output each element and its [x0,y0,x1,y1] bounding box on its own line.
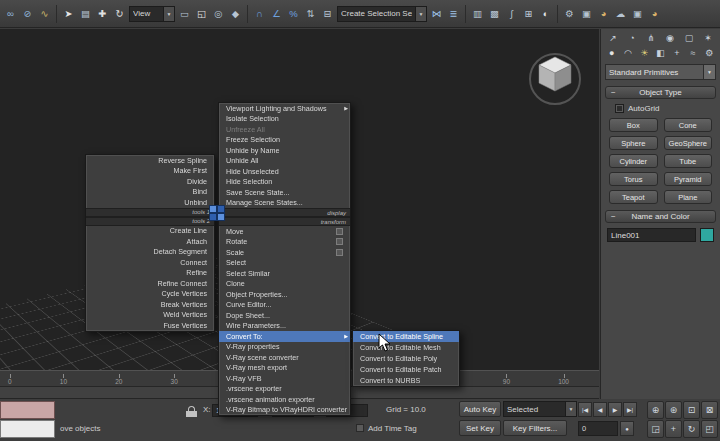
quad-title-transform[interactable]: transform [219,217,350,226]
menu-item-create-line[interactable]: Create Line [86,226,214,237]
layer-manager-icon[interactable]: ▥ [470,6,485,22]
select-and-manipulate-icon[interactable]: ◆ [228,6,243,22]
autogrid-checkbox[interactable] [615,104,624,113]
lights-category-icon[interactable]: ☀ [637,46,652,59]
cameras-category-icon[interactable]: ◧ [653,46,668,59]
quad-title-display[interactable]: display [219,208,350,217]
menu-item-bind[interactable]: Bind [86,187,214,198]
menu-item-curve-editor[interactable]: Curve Editor... [219,300,350,311]
key-selected-dropdown[interactable]: Selected ▼ [503,401,577,417]
menu-item-unbind[interactable]: Unbind [86,197,214,208]
settings-box-icon[interactable] [336,249,343,256]
primitive-category-dropdown[interactable]: Standard Primitives ▼ [605,64,716,80]
menu-item-detach-segment[interactable]: Detach Segment [86,247,214,258]
menu-item-convert-nurbs[interactable]: Convert to NURBS [353,375,459,386]
menu-item-refine[interactable]: Refine [86,268,214,279]
selection-lock-icon[interactable] [186,406,197,417]
teapot-button[interactable]: Teapot [609,190,658,204]
object-color-swatch[interactable] [700,228,714,242]
menu-item-connect[interactable]: Connect [86,257,214,268]
motion-tab-icon[interactable]: ◉ [661,31,679,44]
menu-item-unhide-all[interactable]: Unhide All [219,156,350,167]
menu-item-scale[interactable]: Scale [219,247,350,258]
menu-item-vray-bitmap-converter[interactable]: V-Ray Bitmap to VRayHDRI converter [219,405,350,416]
select-and-link-icon[interactable]: ∞ [3,6,18,22]
rendered-frame-window-icon[interactable]: ▣ [579,6,594,22]
menu-item-move[interactable]: Move [219,226,350,237]
orbit-icon[interactable]: ↻ [683,420,700,438]
menu-item-divide[interactable]: Divide [86,176,214,187]
quad-title-tools1[interactable]: tools 1 [86,208,214,217]
name-and-color-rollout[interactable]: − Name and Color [605,210,716,223]
menu-item-refine-connect[interactable]: Refine Connect [86,278,214,289]
current-frame-field[interactable]: 0 [578,421,618,436]
angle-snap-icon[interactable]: ∠ [269,6,284,22]
menu-item-clone[interactable]: Clone [219,279,350,290]
material-editor-icon[interactable]: ◐ [538,6,553,22]
add-time-tag[interactable]: Add Time Tag [368,424,417,433]
menu-item-break-vertices[interactable]: Break Vertices [86,299,214,310]
cylinder-button[interactable]: Cylinder [609,154,658,168]
box-button[interactable]: Box [609,118,658,132]
select-by-name-icon[interactable]: ▤ [78,6,93,22]
named-selection-sets-icon[interactable]: ⊟ [320,6,335,22]
menu-item-convert-editable-patch[interactable]: Convert to Editable Patch [353,364,459,375]
geometry-category-icon[interactable]: ● [604,46,619,59]
menu-item-convert-editable-mesh[interactable]: Convert to Editable Mesh [353,342,459,353]
select-object-icon[interactable]: ➤ [61,6,76,22]
spacewarps-category-icon[interactable]: ≈ [685,46,700,59]
object-name-field[interactable]: Line001 [607,228,696,242]
pan-icon[interactable]: + [665,420,682,438]
menu-item-cycle-vertices[interactable]: Cycle Vertices [86,289,214,300]
shapes-category-icon[interactable]: ◠ [620,46,635,59]
previous-frame-button[interactable]: ◀ [593,402,607,417]
named-selection-set-dropdown[interactable]: Create Selection Set ▼ [337,6,427,22]
select-and-scale-icon[interactable]: ◱ [194,6,209,22]
object-type-rollout[interactable]: − Object Type [605,86,716,99]
menu-item-vray-vfb[interactable]: V-Ray VFB [219,373,350,384]
hierarchy-tab-icon[interactable]: ⋔ [642,31,660,44]
bind-to-spacewarp-icon[interactable]: ∿ [37,6,52,22]
zoom-extents-icon[interactable]: ⊡ [683,401,700,419]
menu-item-vrscene-exporter[interactable]: .vrscene exporter [219,384,350,395]
zoom-all-icon[interactable]: ⊛ [665,401,682,419]
utilities-tab-icon[interactable]: ✶ [699,31,717,44]
menu-item-select-similar[interactable]: Select Similar [219,268,350,279]
schematic-view-icon[interactable]: ⊞ [521,6,536,22]
menu-item-hide-unselected[interactable]: Hide Unselected [219,166,350,177]
snaps-toggle-icon[interactable]: ∩ [252,6,267,22]
align-icon[interactable]: ≣ [446,6,461,22]
maximize-viewport-icon[interactable]: ◰ [701,420,718,438]
geosphere-button[interactable]: GeoSphere [664,136,713,150]
systems-category-icon[interactable]: ⚙ [702,46,717,59]
menu-item-unhide-by-name[interactable]: Unhide by Name [219,145,350,156]
modify-tab-icon[interactable]: ◔ [623,31,641,44]
maxscript-listener-output[interactable] [0,420,55,438]
sphere-button[interactable]: Sphere [609,136,658,150]
key-filters-button[interactable]: Key Filters... [503,420,567,436]
tube-button[interactable]: Tube [664,154,713,168]
maxscript-listener-input[interactable] [0,401,55,419]
menu-item-rotate[interactable]: Rotate [219,237,350,248]
play-button[interactable]: ▶ [608,402,622,417]
menu-item-convert-editable-spline[interactable]: Convert to Editable Spline [353,331,459,342]
menu-item-manage-scene-states[interactable]: Manage Scene States... [219,198,350,209]
menu-item-fuse-vertices[interactable]: Fuse Vertices [86,320,214,331]
reference-coordinate-dropdown[interactable]: View ▼ [129,6,175,22]
menu-item-convert-to[interactable]: Convert To: ▶ [219,331,350,342]
settings-box-icon[interactable] [336,228,343,235]
menu-item-dope-sheet[interactable]: Dope Sheet... [219,310,350,321]
quad-title-tools2[interactable]: tools 2 [86,217,214,226]
toolbar-icon-unidentified[interactable]: ◕ [647,6,662,22]
torus-button[interactable]: Torus [609,172,658,186]
menu-item-viewport-lighting[interactable]: Viewport Lighting and Shadows ▶ [219,103,350,114]
helpers-category-icon[interactable]: + [669,46,684,59]
render-in-cloud-icon[interactable]: ☁ [613,6,628,22]
zoom-region-icon[interactable]: ◲ [647,420,664,438]
pyramid-button[interactable]: Pyramid [664,172,713,186]
settings-box-icon[interactable] [336,238,343,245]
render-setup-icon[interactable]: ⚙ [562,6,577,22]
selection-region-icon[interactable]: ▭ [177,6,192,22]
render-production-icon[interactable]: ◕ [596,6,611,22]
percent-snap-icon[interactable]: % [286,6,301,22]
